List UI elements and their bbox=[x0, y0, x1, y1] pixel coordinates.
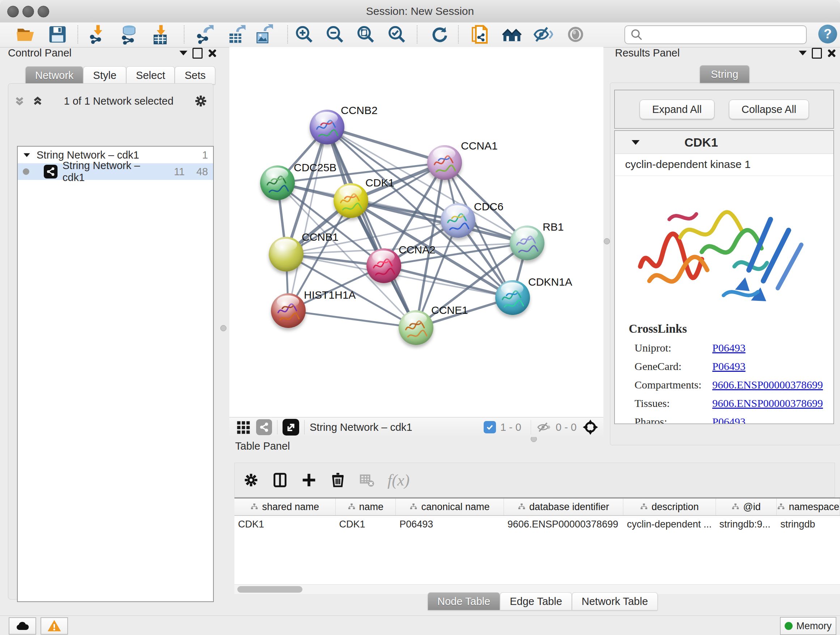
edge-HIST1H1A-CCNE1[interactable] bbox=[288, 310, 416, 328]
search-input[interactable] bbox=[647, 27, 806, 42]
collapse-all-icon[interactable] bbox=[13, 95, 26, 107]
hidden-eye-slash-icon[interactable] bbox=[536, 420, 551, 434]
table-cell[interactable]: stringdb:9... bbox=[716, 516, 777, 530]
column-header-canonical-name[interactable]: canonical name bbox=[396, 499, 504, 515]
import-table-file-button[interactable] bbox=[150, 24, 172, 45]
export-image-button[interactable] bbox=[253, 24, 274, 45]
control-tab-style[interactable]: Style bbox=[83, 66, 126, 84]
node-CCNB2[interactable] bbox=[309, 110, 344, 144]
node-CDK1[interactable] bbox=[333, 183, 368, 218]
function-builder-icon[interactable]: f(x) bbox=[387, 471, 409, 489]
table-cell[interactable]: P06493 bbox=[396, 516, 504, 530]
control-tab-sets[interactable]: Sets bbox=[175, 66, 215, 84]
table-row[interactable]: CDK1CDK1P064939606.ENSP00000378699cyclin… bbox=[234, 516, 840, 530]
delete-table-icon[interactable] bbox=[358, 472, 375, 488]
crosslink-link[interactable]: 9606.ENSP00000378699 bbox=[712, 397, 823, 409]
table-cell[interactable]: CDK1 bbox=[336, 516, 396, 530]
table-settings-gear-icon[interactable] bbox=[243, 472, 259, 488]
zoom-selected-button[interactable] bbox=[386, 24, 407, 45]
results-panel-menu-arrow[interactable] bbox=[799, 51, 807, 55]
network-row-selected[interactable]: String Network – cdk1 11 48 bbox=[18, 163, 213, 180]
expand-all-button[interactable]: Expand All bbox=[639, 100, 714, 119]
string-share-icon[interactable] bbox=[256, 419, 272, 435]
gene-expand-arrow[interactable] bbox=[632, 140, 639, 145]
node-CCNA2[interactable] bbox=[366, 249, 401, 283]
import-table-icon bbox=[151, 24, 171, 44]
node-CDKN1A[interactable] bbox=[495, 280, 530, 315]
gene-header-row[interactable]: CDK1 bbox=[615, 131, 834, 154]
node-CDC6[interactable] bbox=[441, 203, 475, 238]
control-panel-menu-arrow[interactable] bbox=[180, 51, 187, 55]
network-list: String Network – cdk1 1 String Network –… bbox=[17, 146, 214, 602]
manage-columns-icon[interactable] bbox=[272, 472, 288, 488]
left-splitter-handle[interactable] bbox=[220, 325, 226, 331]
table-tab-edge-table[interactable]: Edge Table bbox=[500, 592, 572, 610]
control-tab-network[interactable]: Network bbox=[25, 66, 83, 84]
zoom-in-button[interactable] bbox=[294, 24, 315, 45]
column-header-database-identifier[interactable]: database identifier bbox=[504, 499, 623, 515]
column-header-name[interactable]: name bbox=[336, 499, 396, 515]
zoom-out-button[interactable] bbox=[325, 24, 346, 45]
column-header-label: shared name bbox=[262, 501, 319, 513]
column-header-description[interactable]: description bbox=[623, 499, 716, 515]
cloud-icon bbox=[14, 618, 30, 634]
selected-checkbox-icon[interactable] bbox=[484, 421, 496, 433]
fit-selected-crosshair-icon[interactable] bbox=[582, 418, 599, 436]
zoom-fit-button[interactable] bbox=[355, 24, 376, 45]
birds-eye-grid-icon[interactable] bbox=[235, 419, 251, 435]
expand-all-icon[interactable] bbox=[32, 95, 44, 107]
right-splitter-handle[interactable] bbox=[604, 238, 610, 244]
table-hscrollbar-thumb[interactable] bbox=[237, 586, 302, 593]
save-session-button[interactable] bbox=[47, 24, 68, 45]
string-home-button[interactable] bbox=[501, 24, 523, 45]
help-button[interactable]: ? bbox=[818, 25, 837, 43]
import-network-file-button[interactable] bbox=[88, 24, 109, 45]
node-CCNB1[interactable] bbox=[269, 237, 303, 272]
crosslink-link[interactable]: 9606.ENSP00000378699 bbox=[712, 379, 823, 391]
edge-CCNB2-HIST1H1A[interactable] bbox=[288, 127, 327, 310]
column-type-icon bbox=[250, 503, 258, 511]
control-tab-select[interactable]: Select bbox=[126, 66, 175, 84]
update-network-button[interactable] bbox=[429, 24, 450, 45]
node-CCNA1[interactable] bbox=[427, 145, 462, 180]
collapse-all-button[interactable]: Collapse All bbox=[729, 100, 809, 119]
open-session-button[interactable] bbox=[15, 24, 36, 45]
add-column-icon[interactable] bbox=[301, 472, 317, 488]
node-HIST1H1A[interactable] bbox=[271, 293, 306, 328]
node-RB1[interactable] bbox=[510, 226, 545, 260]
table-tab-node-table[interactable]: Node Table bbox=[428, 592, 500, 610]
control-panel-float-button[interactable] bbox=[193, 48, 202, 59]
crosslink-link[interactable]: P06493 bbox=[712, 360, 745, 372]
delete-column-icon[interactable] bbox=[330, 472, 346, 488]
open-in-window-icon[interactable] bbox=[283, 419, 299, 435]
control-panel-close-button[interactable] bbox=[208, 49, 216, 57]
memory-button[interactable]: Memory bbox=[780, 617, 836, 635]
preview-eye-button[interactable] bbox=[565, 24, 586, 45]
import-network-database-button[interactable] bbox=[118, 24, 140, 45]
table-cell[interactable]: 9606.ENSP00000378699 bbox=[504, 516, 623, 530]
column-header--id[interactable]: @id bbox=[716, 499, 777, 515]
column-header-shared-name[interactable]: shared name bbox=[234, 499, 336, 515]
collection-name: String Network – cdk1 bbox=[36, 149, 139, 161]
results-panel-float-button[interactable] bbox=[812, 48, 822, 59]
export-table-button[interactable] bbox=[226, 24, 247, 45]
crosslink-link[interactable]: P06493 bbox=[712, 342, 745, 354]
node-CDC25B[interactable] bbox=[260, 165, 295, 200]
share-document-button[interactable] bbox=[470, 24, 491, 45]
table-cell[interactable]: cyclin-dependent ... bbox=[623, 516, 716, 530]
tab-string[interactable]: String bbox=[699, 65, 750, 83]
node-CCNE1[interactable] bbox=[399, 310, 433, 345]
table-tab-network-table[interactable]: Network Table bbox=[572, 592, 658, 610]
network-canvas[interactable]: CCNB2CCNA1CDC25BCDK1CDC6RB1CCNB1CCNA2CDK… bbox=[229, 47, 603, 417]
collection-expand-arrow[interactable] bbox=[24, 153, 30, 157]
warnings-button[interactable] bbox=[41, 617, 68, 635]
crosslink-link[interactable]: P06493 bbox=[712, 416, 745, 424]
export-network-button[interactable] bbox=[195, 24, 216, 45]
column-header-namespace[interactable]: namespace bbox=[777, 499, 840, 515]
hide-panels-button[interactable] bbox=[532, 24, 554, 45]
results-panel-close-button[interactable] bbox=[827, 49, 836, 57]
network-options-gear-icon[interactable] bbox=[194, 94, 208, 108]
table-cell[interactable]: stringdb bbox=[777, 516, 840, 530]
table-cell[interactable]: CDK1 bbox=[234, 516, 336, 530]
cloud-status-button[interactable] bbox=[9, 617, 36, 635]
